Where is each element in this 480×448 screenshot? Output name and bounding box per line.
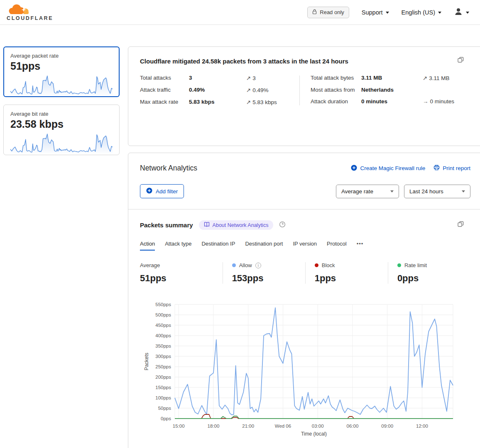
clock-icon[interactable] — [279, 221, 286, 229]
metric-card-value: 23.58 kbps — [10, 118, 113, 130]
chevron-down-icon — [462, 190, 465, 194]
stat-rate-limit: Rate limit 0pps — [388, 262, 470, 284]
tab-protocol[interactable]: Protocol — [327, 241, 347, 251]
metric-select-value: Average rate — [341, 188, 373, 195]
summary-stats-right: Total attack bytes 3.11 MB ↗3.11 MB Most… — [311, 75, 477, 105]
trend-up-icon: ↗ — [246, 87, 251, 93]
bit-rate-sparkline — [10, 131, 113, 154]
packets-chart-area: 0pps50pps100pps150pps200pps250pps300pps3… — [140, 299, 470, 443]
create-magic-firewall-rule-link[interactable]: Create Magic Firewall rule — [351, 165, 425, 172]
stat-average: Average 51pps — [140, 262, 223, 284]
stat-value: 3.11 MB — [361, 75, 423, 81]
packets-time-series-chart: 0pps50pps100pps150pps200pps250pps300pps3… — [142, 299, 458, 442]
add-filter-label: Add filter — [156, 188, 178, 195]
user-icon — [454, 7, 463, 17]
packets-tab-bar: Action Attack type Destination IP Destin… — [140, 241, 470, 251]
stat-label: Rate limit — [404, 262, 427, 268]
more-tabs-button[interactable]: ••• — [357, 241, 364, 251]
packet-rate-sparkline — [10, 73, 113, 96]
tab-destination-ip[interactable]: Destination IP — [201, 241, 235, 251]
stat-label: Average — [140, 262, 160, 268]
tab-ip-version[interactable]: IP version — [293, 241, 317, 251]
svg-text:50pps: 50pps — [158, 406, 171, 411]
svg-text:0pps: 0pps — [161, 416, 171, 421]
trend-right-icon: → — [423, 98, 429, 105]
svg-text:100pps: 100pps — [155, 395, 171, 400]
tab-action[interactable]: Action — [140, 241, 155, 251]
stat-value: 153pps — [232, 273, 305, 284]
svg-text:18:00: 18:00 — [208, 424, 220, 429]
svg-text:15:00: 15:00 — [173, 424, 185, 429]
svg-text:450pps: 450pps — [155, 323, 171, 328]
svg-text:400pps: 400pps — [155, 333, 171, 338]
print-report-link[interactable]: Print report — [433, 165, 470, 172]
metric-card-label: Average packet rate — [10, 53, 113, 59]
packets-summary-title: Packets summary — [140, 222, 193, 229]
svg-text:Time (local): Time (local) — [301, 431, 327, 437]
tab-attack-type[interactable]: Attack type — [165, 241, 191, 251]
cloudflare-logo[interactable]: CLOUDFLARE — [7, 4, 53, 21]
info-icon[interactable] — [255, 263, 261, 268]
stat-block: Block 1pps — [305, 262, 388, 284]
stat-trend: ↗3 — [246, 75, 296, 81]
copy-summary-button[interactable] — [456, 55, 465, 66]
stat-trend: →0 minutes — [423, 98, 477, 105]
chevron-down-icon — [466, 12, 469, 15]
metric-rate-select[interactable]: Average rate — [336, 185, 399, 198]
stat-label: Total attacks — [140, 75, 189, 81]
copy-icon — [458, 222, 464, 229]
chevron-down-icon — [438, 12, 441, 15]
stat-label: Total attack bytes — [311, 75, 361, 81]
support-menu[interactable]: Support — [362, 9, 389, 16]
plus-circle-icon — [351, 165, 357, 172]
stat-value: 0.49% — [189, 87, 246, 93]
metric-card-packet-rate[interactable]: Average packet rate 51pps — [3, 46, 120, 97]
svg-text:Wed 06: Wed 06 — [275, 424, 291, 429]
top-header: CLOUDFLARE Read only Support English (US… — [0, 0, 480, 25]
chevron-down-icon — [386, 12, 389, 15]
language-label: English (US) — [402, 9, 435, 16]
stat-label: Block — [322, 262, 335, 268]
stat-value: 3 — [189, 75, 246, 81]
rate-limit-dot-icon — [397, 263, 401, 267]
svg-text:250pps: 250pps — [155, 364, 171, 369]
svg-text:350pps: 350pps — [155, 343, 171, 348]
svg-text:21:00: 21:00 — [242, 424, 254, 429]
about-network-analytics-badge[interactable]: About Network Analytics — [199, 220, 274, 230]
packets-summary-section: Packets summary About Network Analytics — [128, 209, 480, 448]
time-range-select[interactable]: Last 24 hours — [404, 185, 470, 198]
print-report-label: Print report — [443, 165, 470, 171]
stat-allow: Allow 153pps — [223, 262, 305, 284]
svg-text:12:00: 12:00 — [416, 424, 428, 429]
attack-summary-card: Cloudflare mitigated 24.58k packets from… — [128, 46, 480, 146]
metric-card-label: Average bit rate — [10, 111, 113, 117]
stat-label: Attack duration — [311, 98, 361, 105]
read-only-label: Read only — [320, 9, 344, 15]
stat-label: Max attack rate — [140, 99, 189, 105]
packets-legend-stats: Average 51pps Allow 153pps — [140, 262, 470, 284]
svg-text:Packets: Packets — [144, 353, 149, 370]
svg-text:500pps: 500pps — [155, 312, 171, 317]
plus-circle-icon — [146, 187, 152, 195]
metric-card-list: Average packet rate 51pps Average bit ra… — [3, 46, 120, 155]
svg-text:550pps: 550pps — [155, 302, 171, 307]
copy-icon — [458, 58, 464, 64]
stat-trend: ↗3.11 MB — [423, 75, 477, 81]
stat-value: Netherlands — [361, 87, 423, 93]
svg-text:06:00: 06:00 — [347, 424, 359, 429]
copy-packets-button[interactable] — [456, 219, 465, 230]
stat-trend: ↗0.49% — [246, 87, 296, 93]
stat-value: 5.83 kbps — [189, 99, 246, 105]
chevron-down-icon — [390, 190, 394, 194]
tab-destination-port[interactable]: Destination port — [245, 241, 283, 251]
user-menu[interactable] — [454, 7, 469, 17]
metric-card-bit-rate[interactable]: Average bit rate 23.58 kbps — [3, 105, 120, 155]
metric-card-value: 51pps — [10, 60, 113, 72]
read-only-badge: Read only — [307, 7, 349, 18]
support-label: Support — [362, 9, 383, 16]
book-icon — [204, 222, 210, 228]
svg-text:09:00: 09:00 — [381, 424, 393, 429]
language-menu[interactable]: English (US) — [402, 9, 441, 16]
lock-icon — [312, 9, 317, 16]
add-filter-button[interactable]: Add filter — [140, 184, 184, 198]
